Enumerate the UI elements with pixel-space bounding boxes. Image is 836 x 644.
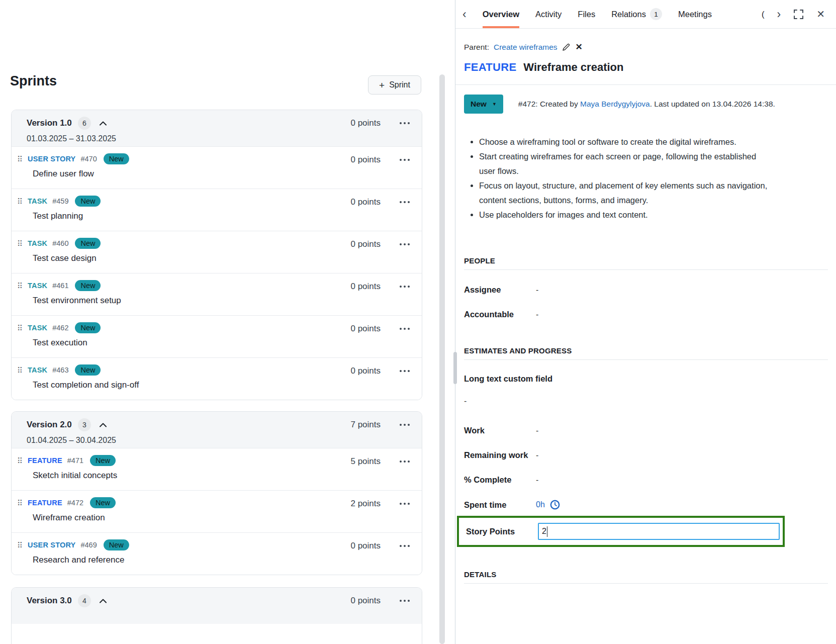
parent-row: Parent: Create wireframes ✕ xyxy=(464,42,782,52)
work-item-row[interactable]: ⠿ TASK #462 New Test execution 0 points xyxy=(12,315,422,357)
item-menu-button[interactable] xyxy=(399,282,411,292)
drag-handle-icon[interactable]: ⠿ xyxy=(17,541,23,549)
collapse-chevron-icon[interactable] xyxy=(100,423,107,427)
parent-label: Parent: xyxy=(464,43,489,52)
collapse-chevron-icon[interactable] xyxy=(100,121,107,126)
accountable-value[interactable]: - xyxy=(536,310,538,319)
story-points-input[interactable]: 2 xyxy=(538,523,780,540)
sprint-points: 0 points xyxy=(349,118,381,128)
tab-relations[interactable]: Relations 1 xyxy=(611,0,662,28)
work-item-title: Test planning xyxy=(33,211,101,221)
caret-down-icon: ▼ xyxy=(492,102,497,107)
left-panel-scrollbar[interactable] xyxy=(439,74,445,644)
work-package-type[interactable]: FEATURE xyxy=(464,61,516,74)
accountable-label: Accountable xyxy=(464,310,536,319)
description-bullet: Choose a wireframing tool or software to… xyxy=(479,135,773,149)
drag-handle-icon[interactable]: ⠿ xyxy=(17,198,23,205)
drag-handle-icon[interactable]: ⠿ xyxy=(17,324,23,332)
parent-link[interactable]: Create wireframes xyxy=(494,43,558,52)
item-menu-button[interactable] xyxy=(399,239,411,249)
sprint-menu-button[interactable] xyxy=(399,420,411,430)
sprint-dates: 01.04.2025 – 30.04.2025 xyxy=(27,436,116,445)
work-item-id: #462 xyxy=(52,324,68,332)
status-row: New ▼ #472: Created by Maya Berdygylyjov… xyxy=(464,95,782,114)
details-section-heading: DETAILS xyxy=(464,570,782,579)
right-panel-scrollbar[interactable] xyxy=(453,352,457,384)
work-item-row[interactable]: ⠿ USER STORY #470 New Define user flow 0… xyxy=(12,146,422,189)
work-item-row[interactable]: ⠿ USER STORY #469 New Research and refer… xyxy=(12,532,422,575)
sprint-points: 0 points xyxy=(349,596,381,606)
work-item-type: TASK xyxy=(28,282,47,290)
item-menu-button[interactable] xyxy=(399,456,411,467)
author-link[interactable]: Maya Berdygylyjova xyxy=(580,100,650,108)
work-item-row[interactable]: ⠿ TASK #460 New Test case design 0 point… xyxy=(12,231,422,273)
clock-icon[interactable] xyxy=(550,500,560,510)
work-item-title: Test case design xyxy=(33,253,101,263)
tab-files[interactable]: Files xyxy=(578,0,595,28)
tabs-forward-icon[interactable]: › xyxy=(777,9,781,20)
work-label: Work xyxy=(464,426,536,435)
drag-handle-icon[interactable]: ⠿ xyxy=(17,499,23,507)
tab-label: Relations xyxy=(611,10,646,19)
tab-clipped[interactable]: ( xyxy=(762,10,765,19)
remove-parent-icon[interactable]: ✕ xyxy=(576,42,583,52)
close-icon[interactable]: ✕ xyxy=(816,8,825,20)
work-item-row[interactable]: ⠿ TASK #461 New Test environment setup 0… xyxy=(12,273,422,315)
collapse-chevron-icon[interactable] xyxy=(100,599,107,603)
tab-overview[interactable]: Overview xyxy=(483,0,519,28)
spent-time-label: Spent time xyxy=(464,500,536,510)
percent-complete-value[interactable]: - xyxy=(536,476,538,485)
tab-meetings[interactable]: Meetings xyxy=(678,0,712,28)
work-item-row[interactable]: ⠿ FEATURE #472 New Wireframe creation 2 … xyxy=(12,490,422,532)
work-item-points: 0 points xyxy=(349,324,381,334)
work-item-type: FEATURE xyxy=(28,456,62,465)
fullscreen-icon[interactable] xyxy=(793,9,804,20)
item-menu-button[interactable] xyxy=(399,324,411,334)
work-item-type: TASK xyxy=(28,239,47,247)
story-points-input-value: 2 xyxy=(542,527,546,536)
add-sprint-button[interactable]: + Sprint xyxy=(368,75,421,95)
drag-handle-icon[interactable]: ⠿ xyxy=(17,155,23,163)
tab-activity[interactable]: Activity xyxy=(535,0,562,28)
page-title: Sprints xyxy=(10,73,57,89)
remaining-work-value[interactable]: - xyxy=(536,451,538,460)
description-bullet: Use placeholders for images and text con… xyxy=(479,208,773,222)
meta-line: #472: Created by Maya Berdygylyjova. Las… xyxy=(518,100,775,109)
sprints-panel: Sprints + Sprint Version 1.0 6 01.03.202… xyxy=(0,0,446,644)
work-item-id: #470 xyxy=(80,155,97,163)
spent-time-link[interactable]: 0h xyxy=(536,500,560,510)
edit-parent-pencil-icon[interactable] xyxy=(562,43,570,51)
drag-handle-icon[interactable]: ⠿ xyxy=(17,240,23,247)
work-item-title: Define user flow xyxy=(33,169,129,179)
item-menu-button[interactable] xyxy=(399,197,411,207)
status-label: New xyxy=(471,100,487,109)
work-item-type: USER STORY xyxy=(28,155,75,163)
work-item-row[interactable]: ⠿ TASK #459 New Test planning 0 points xyxy=(12,189,422,231)
tab-label: Activity xyxy=(535,10,562,19)
tab-label: Meetings xyxy=(678,10,712,19)
description-bullet: Start creating wireframes for each scree… xyxy=(479,149,773,178)
long-text-custom-field-value[interactable]: - xyxy=(464,397,782,406)
status-badge: New xyxy=(75,238,101,249)
item-menu-button[interactable] xyxy=(399,366,411,376)
status-badge: New xyxy=(104,153,129,164)
item-menu-button[interactable] xyxy=(399,499,411,509)
work-item-row[interactable]: ⠿ TASK #463 New Test completion and sign… xyxy=(12,357,422,400)
tabs-back-icon[interactable]: ‹ xyxy=(462,9,467,20)
item-menu-button[interactable] xyxy=(399,541,411,551)
work-item-row[interactable]: ⠿ FEATURE #471 New Sketch initial concep… xyxy=(12,448,422,490)
status-dropdown-button[interactable]: New ▼ xyxy=(464,95,503,114)
title-divider xyxy=(455,84,836,85)
drag-handle-icon[interactable]: ⠿ xyxy=(17,457,23,465)
drag-handle-icon[interactable]: ⠿ xyxy=(17,282,23,290)
status-badge: New xyxy=(75,364,101,376)
work-field: Work - xyxy=(464,426,782,435)
drag-handle-icon[interactable]: ⠿ xyxy=(17,366,23,374)
work-value[interactable]: - xyxy=(536,426,538,435)
item-menu-button[interactable] xyxy=(399,155,411,165)
work-package-title[interactable]: Wireframe creation xyxy=(523,61,623,74)
sprint-menu-button[interactable] xyxy=(399,118,411,128)
assignee-value[interactable]: - xyxy=(536,286,538,295)
sprint-menu-button[interactable] xyxy=(399,596,411,606)
sprint-group-version-1: Version 1.0 6 01.03.2025 – 31.03.2025 0 … xyxy=(11,110,422,400)
